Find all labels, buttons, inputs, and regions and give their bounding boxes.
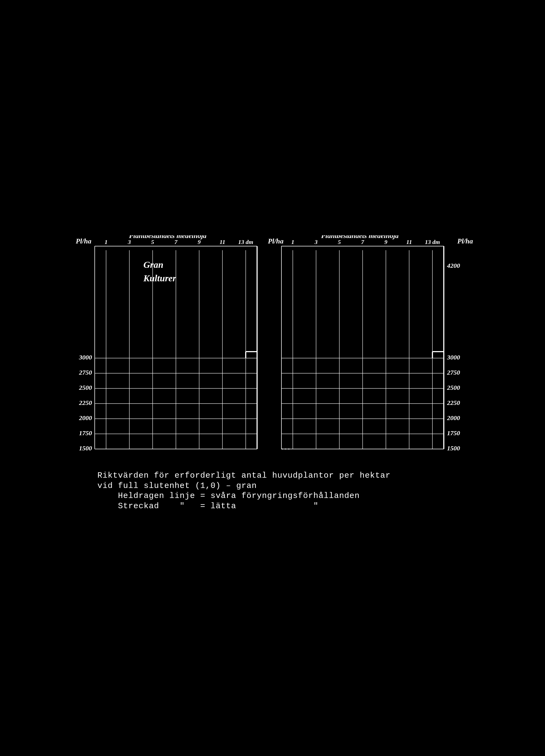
- svg-text:11: 11: [407, 239, 412, 245]
- series-label-kulturer: Kulturer: [143, 273, 176, 283]
- chart-pair: Pl/ha: [73, 235, 474, 464]
- svg-text:13 dm: 13 dm: [425, 239, 440, 245]
- svg-text:11: 11: [220, 239, 225, 245]
- svg-text:3000: 3000: [447, 354, 460, 361]
- series-label-gran: Gran: [143, 260, 163, 270]
- svg-text:3000: 3000: [79, 354, 92, 361]
- svg-text:1: 1: [105, 239, 108, 245]
- svg-text:13 dm: 13 dm: [238, 239, 253, 245]
- caption-line2: vid full slutenhet (1,0) – gran: [97, 481, 257, 490]
- caption-line3: Heldragen linje = svåra föryngringsförhå…: [97, 491, 360, 500]
- svg-text:1500: 1500: [79, 445, 92, 452]
- figure-caption: Riktvärden för erforderligt antal huvudp…: [97, 471, 476, 511]
- right-title: Plantbeståndets medelhöjd: [321, 235, 399, 240]
- svg-text:2250: 2250: [447, 399, 460, 406]
- svg-text:2000: 2000: [79, 414, 92, 421]
- caption-line4: Streckad " = lätta ": [97, 501, 319, 511]
- svg-text:2750: 2750: [447, 369, 460, 376]
- right-panel: 1 3 5 7 9 11 13 dm Plantbeståndets medel…: [282, 235, 460, 452]
- svg-text:2750: 2750: [79, 369, 92, 376]
- svg-text:2500: 2500: [79, 384, 92, 391]
- svg-text:1750: 1750: [447, 430, 460, 437]
- svg-text:2250: 2250: [79, 399, 92, 406]
- svg-text:4200: 4200: [447, 262, 460, 269]
- center-y-unit: Pl/ha: [267, 237, 284, 245]
- caption-line1: Riktvärden för erforderligt antal huvudp…: [97, 471, 391, 480]
- svg-text:1500: 1500: [447, 445, 460, 452]
- left-panel: 1 3 5 7 9 11 13 dm Plantbeståndets medel…: [79, 235, 257, 452]
- svg-text:2500: 2500: [447, 384, 460, 391]
- right-y-unit: Pl/ha: [457, 237, 473, 245]
- chart-svg: Pl/ha: [73, 235, 474, 463]
- svg-text:2000: 2000: [447, 414, 460, 421]
- svg-text:1: 1: [292, 239, 295, 245]
- left-y-unit: Pl/ha: [75, 237, 91, 245]
- svg-text:3: 3: [315, 239, 318, 245]
- left-title: Plantbeståndets medelhöjd: [129, 235, 207, 240]
- svg-text:1750: 1750: [79, 430, 92, 437]
